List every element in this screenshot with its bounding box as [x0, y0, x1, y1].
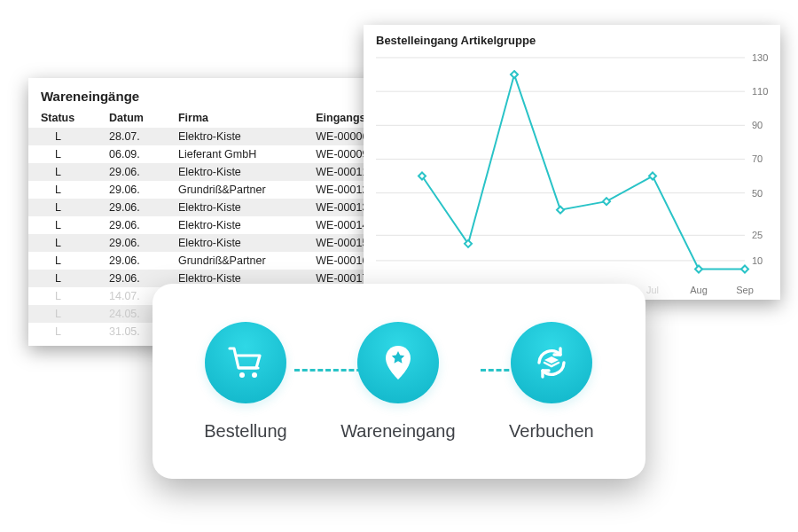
table-cell: 29.06.	[97, 252, 166, 270]
workflow-step-wareneingang: Wareneingang	[340, 322, 455, 442]
svg-text:70: 70	[752, 153, 763, 164]
table-row[interactable]: L28.07.Elektro-KisteWE-00006	[28, 128, 410, 145]
chart-title: Bestelleingang Artikelgruppe	[364, 34, 780, 52]
table-cell: L	[28, 234, 97, 252]
table-cell: 29.06.	[97, 163, 166, 181]
svg-text:50: 50	[752, 188, 763, 199]
svg-text:110: 110	[752, 86, 768, 97]
sync-icon	[511, 322, 592, 403]
order-intake-line-chart: 1025507090110130JanFebMarAprMayJunJulAug…	[364, 52, 780, 299]
table-cell: L	[28, 323, 97, 340]
table-cell: Elektro-Kiste	[166, 128, 303, 145]
svg-point-24	[252, 372, 257, 378]
table-cell: Elektro-Kiste	[166, 216, 303, 234]
table-cell: L	[28, 305, 97, 323]
workflow-card: Bestellung Wareneingang Verbuchen	[153, 284, 645, 479]
table-row[interactable]: L29.06.Elektro-KisteWE-00013	[28, 199, 410, 216]
svg-text:130: 130	[752, 52, 768, 63]
table-cell: L	[28, 216, 97, 234]
table-row[interactable]: L29.06.Grundriß&PartnerWE-00012	[28, 181, 410, 199]
pin-icon	[357, 322, 439, 403]
table-cell: Elektro-Kiste	[166, 199, 303, 216]
workflow-step-bestellung: Bestellung	[204, 322, 286, 442]
table-cell: Grundriß&Partner	[166, 252, 303, 270]
workflow-step-label: Bestellung	[204, 421, 286, 442]
table-cell: 29.06.	[97, 234, 166, 252]
table-cell: 06.09.	[97, 145, 166, 163]
workflow-step-verbuchen: Verbuchen	[509, 322, 594, 442]
table-row[interactable]: L29.06.Elektro-KisteWE-00015	[28, 234, 410, 252]
cart-icon	[205, 322, 286, 403]
svg-text:Jul: Jul	[646, 285, 659, 295]
table-cell: L	[28, 145, 97, 163]
svg-point-23	[239, 372, 245, 378]
table-cell: L	[28, 287, 97, 305]
table-cell: L	[28, 252, 97, 270]
table-cell: 29.06.	[97, 181, 166, 199]
workflow-step-label: Verbuchen	[509, 421, 594, 442]
svg-text:Aug: Aug	[690, 285, 708, 295]
table-cell: 28.07.	[97, 128, 166, 145]
table-title: Wareneingänge	[28, 87, 410, 109]
table-cell: L	[28, 199, 97, 216]
table-cell: 29.06.	[97, 270, 166, 287]
order-intake-chart-card: Bestelleingang Artikelgruppe 10255070901…	[364, 25, 780, 300]
table-cell: Elektro-Kiste	[166, 163, 303, 181]
svg-text:90: 90	[752, 120, 763, 130]
col-firma: Firma	[166, 109, 303, 128]
svg-text:25: 25	[752, 230, 763, 240]
table-cell: Grundriß&Partner	[166, 181, 303, 199]
table-cell: L	[28, 270, 97, 287]
col-status: Status	[28, 109, 97, 128]
table-header-row: Status Datum Firma Eingangsnr.	[28, 109, 410, 128]
table-row[interactable]: L06.09.Lieferant GmbHWE-00009	[28, 145, 410, 163]
svg-text:Sep: Sep	[736, 285, 754, 295]
table-row[interactable]: L29.06.Elektro-KisteWE-00014	[28, 216, 410, 234]
table-cell: L	[28, 128, 97, 145]
table-cell: Elektro-Kiste	[166, 234, 303, 252]
svg-text:10: 10	[752, 255, 763, 266]
workflow-step-label: Wareneingang	[340, 421, 455, 442]
table-cell: L	[28, 163, 97, 181]
col-datum: Datum	[97, 109, 166, 128]
table-cell: Lieferant GmbH	[166, 145, 303, 163]
table-cell: 29.06.	[97, 199, 166, 216]
table-cell: 29.06.	[97, 216, 166, 234]
table-cell: L	[28, 181, 97, 199]
table-row[interactable]: L29.06.Grundriß&PartnerWE-00016	[28, 252, 410, 270]
table-row[interactable]: L29.06.Elektro-KisteWE-00011	[28, 163, 410, 181]
